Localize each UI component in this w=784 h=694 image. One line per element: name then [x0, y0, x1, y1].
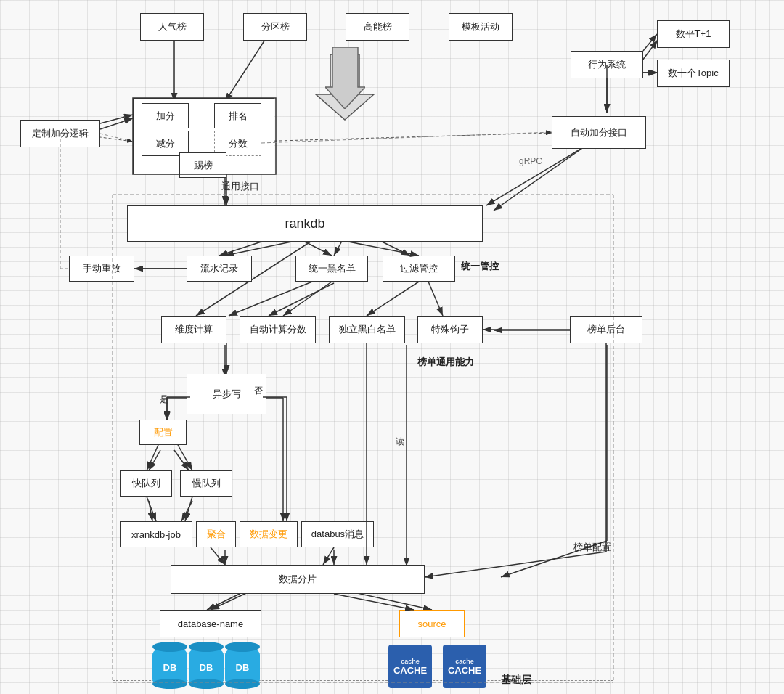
svg-line-11	[254, 133, 552, 142]
common-interface-label: 通用接口	[221, 180, 259, 193]
custom-logic-box: 定制加分逻辑	[20, 120, 100, 147]
rank-config-label: 榜单配置	[573, 541, 611, 554]
data-shard-box: 数据分片	[171, 565, 425, 594]
guolv-box: 过滤管控	[383, 256, 455, 282]
db-cylinder-2: DB	[189, 646, 224, 688]
diagram-container: 人气榜 分区榜 高能榜 模板活动 行为系统 数平T+1 数十个Topic 定制加…	[0, 0, 784, 694]
yes-label: 是	[160, 393, 168, 406]
moban-box: 模板活动	[449, 13, 513, 41]
auto-calc-box: 自动计算分数	[240, 316, 316, 343]
base-layer-label: 基础层	[501, 674, 531, 687]
xrankdb-job-box: xrankdb-job	[120, 521, 192, 547]
source-box: source	[399, 610, 465, 637]
cache-icon-2: cache CACHE	[443, 645, 486, 688]
db-icon-3: DB	[225, 646, 260, 688]
database-name-box: database-name	[160, 610, 261, 637]
paiming-box: 排名	[214, 103, 261, 128]
gaoneng-box: 高能榜	[346, 13, 409, 41]
svg-line-41	[261, 132, 552, 143]
read-label: 读	[396, 436, 404, 448]
db-icon-2: DB	[189, 646, 224, 688]
special-box: 特殊钩子	[417, 316, 483, 343]
fenqu-box: 分区榜	[243, 13, 307, 41]
jifen-box: 加分	[142, 103, 189, 128]
manual-replay-box: 手动重放	[69, 256, 134, 282]
databus-box: databus消息	[301, 521, 374, 547]
svg-line-5	[225, 34, 269, 102]
no-label: 否	[254, 385, 263, 397]
blacklist-box: 独立黑白名单	[329, 316, 405, 343]
big-arrow	[325, 47, 365, 109]
renqi-box: 人气榜	[140, 13, 204, 41]
db-cylinder-3: DB	[225, 646, 260, 688]
backend-box: 榜单后台	[570, 316, 642, 343]
management-label: 统一管控	[461, 260, 499, 273]
svg-line-74	[100, 118, 133, 129]
weidu-box: 维度计算	[161, 316, 226, 343]
slow-queue-box: 慢队列	[180, 470, 232, 497]
fast-queue-box: 快队列	[120, 470, 172, 497]
liushui-box: 流水记录	[187, 256, 252, 282]
svg-marker-37	[325, 47, 365, 109]
cache-icon-1: cache CACHE	[388, 645, 432, 688]
capabilities-label: 榜单通用能力	[417, 356, 474, 369]
xingwei-box: 行为系统	[571, 51, 643, 78]
db-icon-1: DB	[152, 646, 187, 688]
shuping-box: 数平T+1	[657, 20, 730, 48]
juhe-box: 聚合	[196, 521, 236, 547]
tongyi-box: 统一黑名单	[295, 256, 368, 282]
data-change-box: 数据变更	[240, 521, 298, 547]
svg-line-77	[643, 34, 657, 51]
auto-interface-box: 自动加分接口	[552, 116, 646, 149]
svg-line-73	[100, 134, 133, 142]
shuge-box: 数十个Topic	[657, 60, 730, 87]
db-cylinder-1: DB	[152, 646, 187, 688]
config-box: 配置	[139, 420, 187, 445]
tipang-box: 踢榜	[179, 152, 226, 178]
rankdb-box: rankdb	[127, 205, 483, 242]
grpc-label: gRPC	[519, 156, 542, 166]
